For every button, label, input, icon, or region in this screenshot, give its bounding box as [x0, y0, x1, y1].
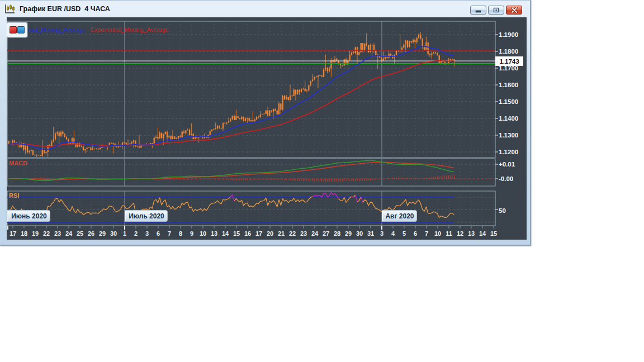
ema-fast-color-chip-icon [17, 26, 25, 34]
close-icon [511, 7, 518, 13]
month-label-july: Июль 2020 [125, 210, 168, 222]
minimize-icon [475, 8, 481, 13]
window-title: График EUR /USD 4 ЧАСА [20, 5, 110, 13]
window-titlebar[interactable]: График EUR /USD 4 ЧАСА [0, 1, 530, 17]
close-button[interactable] [506, 6, 522, 15]
chart-client-area: Exponential_Moving_Average Exponential_M… [7, 17, 527, 240]
month-label-august: Авг 2020 [382, 210, 417, 222]
ema-slow-color-chip-icon [10, 26, 17, 34]
legend-color-chips[interactable] [7, 22, 27, 37]
desktop: График EUR /USD 4 ЧАСА [0, 0, 644, 362]
gridlines [7, 21, 495, 226]
maximize-button[interactable] [488, 6, 504, 15]
app-window: График EUR /USD 4 ЧАСА [0, 0, 531, 246]
candlestick-chart-icon [4, 3, 16, 15]
minimize-button[interactable] [470, 6, 486, 15]
chart-canvas[interactable] [7, 17, 527, 240]
maximize-icon [493, 7, 499, 13]
candlesticks [8, 32, 455, 157]
month-label-june: Июнь 2020 [7, 210, 50, 222]
